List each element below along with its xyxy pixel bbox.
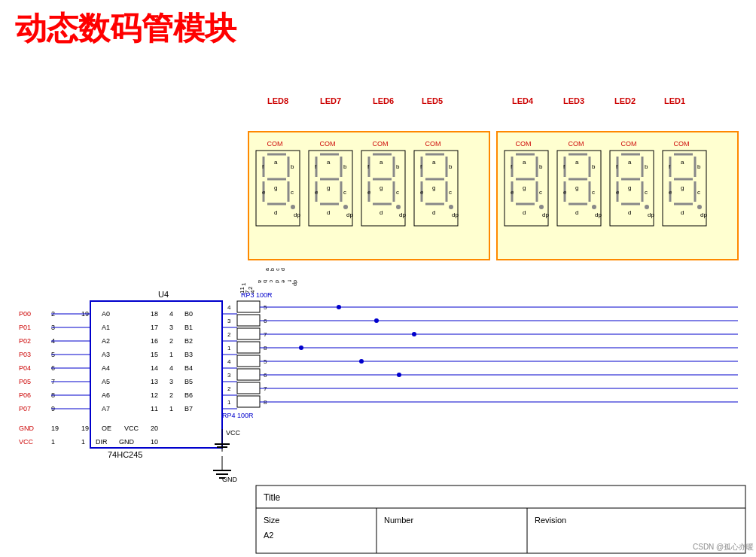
svg-point-71 — [449, 205, 453, 209]
watermark-text: CSDN @孤心亦暖 — [693, 543, 754, 551]
svg-text:b: b — [697, 163, 701, 170]
svg-text:B6: B6 — [184, 391, 193, 399]
svg-text:8: 8 — [264, 345, 267, 352]
svg-text:A1: A1 — [102, 324, 110, 331]
svg-text:OE: OE — [102, 425, 111, 432]
svg-text:4: 4 — [169, 310, 173, 318]
seg-display-8: COM f b a g e c d dp — [256, 140, 300, 226]
svg-text:e: e — [262, 189, 266, 196]
port-p04: P04 — [19, 364, 31, 372]
size-value: A2 — [264, 531, 273, 540]
svg-text:b: b — [645, 163, 648, 170]
svg-text:dp: dp — [399, 212, 406, 218]
svg-text:c: c — [592, 189, 595, 196]
svg-text:f: f — [511, 163, 513, 170]
seg-display-3: COM f b a g e c d dp — [557, 140, 602, 226]
seg-display-7: COM f b a g e c d dp — [309, 140, 353, 226]
svg-text:b: b — [343, 163, 347, 170]
svg-point-53 — [396, 205, 401, 209]
svg-text:e: e — [563, 189, 567, 196]
svg-text:f: f — [616, 163, 618, 170]
svg-text:1: 1 — [169, 351, 173, 358]
rp4-value: 100R — [237, 412, 254, 419]
svg-text:f: f — [669, 163, 671, 170]
svg-text:c: c — [343, 189, 346, 196]
svg-text:6: 6 — [421, 132, 428, 135]
svg-text:COM: COM — [674, 140, 690, 148]
svg-text:19: 19 — [51, 425, 59, 432]
svg-text:5: 5 — [264, 304, 267, 311]
svg-text:b: b — [592, 163, 596, 170]
rp4-label: RP4 — [222, 412, 236, 419]
title-label: Title — [264, 492, 281, 503]
svg-text:19: 19 — [81, 310, 89, 318]
svg-text:c: c — [645, 189, 648, 196]
svg-text:B2: B2 — [184, 337, 193, 345]
svg-text:8: 8 — [264, 399, 267, 406]
svg-text:7: 7 — [51, 378, 55, 385]
ic-name-label: 74HC245 — [108, 450, 142, 459]
svg-text:f: f — [563, 163, 565, 170]
svg-text:1: 1 — [51, 438, 55, 446]
svg-rect-135 — [663, 151, 706, 226]
seg-display-5: COM f b a g e c d dp — [414, 140, 459, 226]
svg-text:a: a — [628, 159, 632, 166]
svg-text:7: 7 — [264, 385, 267, 392]
svg-text:9: 9 — [562, 132, 569, 135]
svg-text:g: g — [274, 184, 277, 191]
svg-text:b: b — [270, 268, 275, 271]
svg-text:dp: dp — [700, 212, 707, 218]
svg-text:f: f — [420, 163, 422, 170]
svg-text:9: 9 — [317, 132, 324, 135]
svg-text:2: 2 — [227, 385, 231, 392]
led4-label: LED4 — [512, 96, 534, 105]
svg-text:f: f — [262, 163, 264, 170]
svg-text:5: 5 — [51, 351, 55, 358]
led6-label: LED6 — [373, 96, 394, 105]
svg-text:4: 4 — [227, 304, 231, 311]
svg-text:3: 3 — [227, 372, 231, 379]
seg-display-1: COM f b a g e c d dp — [663, 140, 707, 226]
svg-text:d: d — [380, 209, 383, 216]
svg-text:e: e — [616, 189, 620, 196]
svg-text:8: 8 — [370, 132, 376, 135]
main-container: 动态数码管模块 LED8 LED7 LED6 LED5 LED4 LED3 LE… — [0, 0, 756, 557]
seg-group-2 — [497, 132, 738, 260]
svg-text:A0: A0 — [102, 310, 110, 318]
smg1-label: SMG1 — [253, 132, 276, 141]
svg-text:d: d — [274, 209, 277, 216]
svg-text:17: 17 — [151, 324, 158, 331]
gnd-label: GND — [222, 476, 238, 483]
size-label: Size — [264, 516, 279, 525]
svg-text:d: d — [628, 209, 631, 216]
rp3-label: RP3 — [241, 291, 255, 299]
svg-text:d: d — [280, 268, 285, 271]
svg-point-262 — [412, 332, 416, 336]
svg-text:a: a — [681, 159, 684, 166]
svg-text:e: e — [367, 189, 371, 196]
svg-text:a: a — [432, 159, 436, 166]
svg-rect-117 — [610, 151, 654, 226]
port-p06: P06 — [19, 391, 31, 399]
svg-point-263 — [299, 345, 303, 350]
svg-text:COM: COM — [516, 140, 532, 148]
svg-text:a: a — [264, 268, 270, 271]
svg-text:9: 9 — [51, 405, 55, 412]
svg-text:f: f — [315, 163, 317, 170]
svg-text:a: a — [327, 159, 331, 166]
svg-text:d: d — [432, 209, 435, 216]
svg-text:a: a — [274, 159, 278, 166]
svg-text:dp: dp — [595, 212, 602, 218]
svg-text:f: f — [287, 280, 292, 282]
svg-text:c: c — [539, 189, 542, 196]
svg-text:B3: B3 — [184, 351, 193, 358]
svg-text:dp: dp — [292, 280, 298, 286]
svg-text:COM: COM — [621, 140, 637, 148]
svg-rect-227 — [237, 355, 260, 367]
svg-rect-224 — [237, 315, 260, 326]
svg-text:b: b — [291, 163, 294, 170]
svg-text:1: 1 — [227, 399, 231, 406]
svg-point-265 — [397, 373, 401, 377]
svg-text:f: f — [367, 163, 370, 170]
svg-text:4: 4 — [169, 364, 173, 372]
